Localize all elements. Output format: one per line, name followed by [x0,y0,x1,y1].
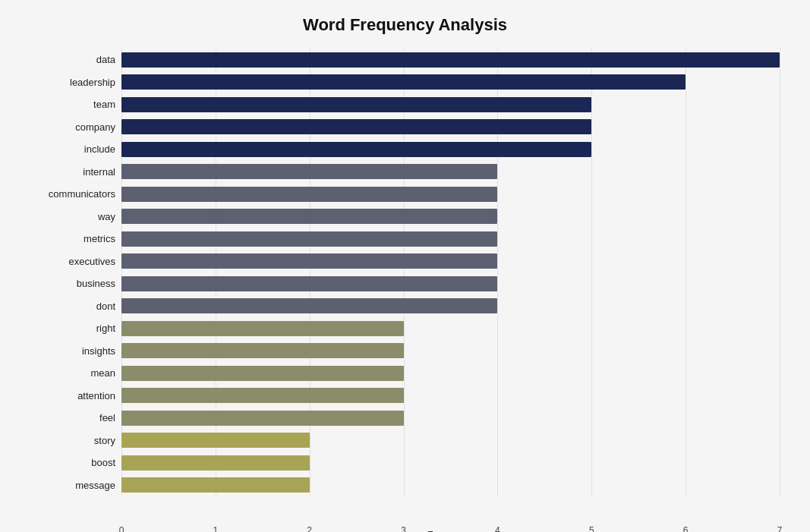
bar [121,209,497,224]
bar [121,433,310,448]
x-tick-label: 6 [683,525,689,532]
bar [121,119,591,134]
chart-area: dataleadershipteamcompanyincludeinternal… [30,49,780,496]
bar [121,74,686,90]
x-tick-label: 1 [213,525,219,532]
bar-row [121,342,780,359]
x-tick-label: 2 [307,525,312,532]
y-label: executives [30,257,115,266]
bar-row [121,365,780,382]
y-label: metrics [30,234,115,244]
y-label: include [30,144,115,154]
bar [121,164,497,179]
grid-line [497,49,498,496]
bar [121,97,591,112]
x-tick-label: 0 [119,525,124,532]
bar-row [121,253,780,269]
chart-title: Word Frequency Analysis [30,15,780,35]
bar [121,388,404,403]
x-tick-label: 5 [589,525,594,532]
x-tick-label: 7 [777,525,783,532]
bar [121,343,404,358]
y-label: insights [30,346,115,356]
bar-row [121,432,780,449]
bar-row [121,455,780,471]
bar [121,253,497,269]
bar [121,52,780,68]
grid-line [216,49,216,496]
bar-row [121,320,780,337]
y-label: mean [30,368,115,378]
y-label: dont [30,301,115,311]
bar-row [121,186,780,203]
bar-row [121,74,780,90]
y-label: business [30,279,115,288]
bars-and-grid: 01234567 Frequency [121,49,780,496]
y-label: right [30,323,115,333]
bar [121,321,404,336]
y-label: communicators [30,189,115,199]
x-axis-label: Frequency [427,529,474,532]
bar [121,276,497,291]
grid-line [121,49,122,496]
y-label: story [30,436,115,445]
bar [121,411,404,426]
bar [121,231,497,247]
grid-line [780,49,780,496]
bar-row [121,387,780,404]
chart-container: Word Frequency Analysis dataleadershipte… [0,0,810,532]
bar-row [121,52,780,68]
bar [121,455,310,471]
bar [121,142,591,157]
bar-row [121,141,780,158]
bar-row [121,477,780,493]
bar-row [121,275,780,292]
y-label: attention [30,391,115,401]
y-label: data [30,55,115,65]
y-label: way [30,212,115,222]
y-label: internal [30,167,115,177]
x-tick-label: 4 [495,525,500,532]
y-label: team [30,99,115,109]
x-tick-label: 3 [401,525,406,532]
bar-row [121,118,780,135]
bar [121,298,497,313]
y-labels: dataleadershipteamcompanyincludeinternal… [30,49,121,496]
bar [121,366,404,381]
y-label: boost [30,458,115,467]
bar-row [121,96,780,113]
grid-line [591,49,592,496]
bar-row [121,231,780,247]
y-label: leadership [30,77,115,87]
bar-row [121,208,780,225]
bar-row [121,410,780,427]
bar [121,187,497,202]
bar [121,477,310,493]
bar-row [121,163,780,180]
y-label: company [30,122,115,132]
grid-line [404,49,405,496]
y-label: feel [30,413,115,423]
y-label: message [30,480,115,490]
bar-row [121,297,780,314]
grid-line [686,49,686,496]
grid-line [310,49,310,496]
